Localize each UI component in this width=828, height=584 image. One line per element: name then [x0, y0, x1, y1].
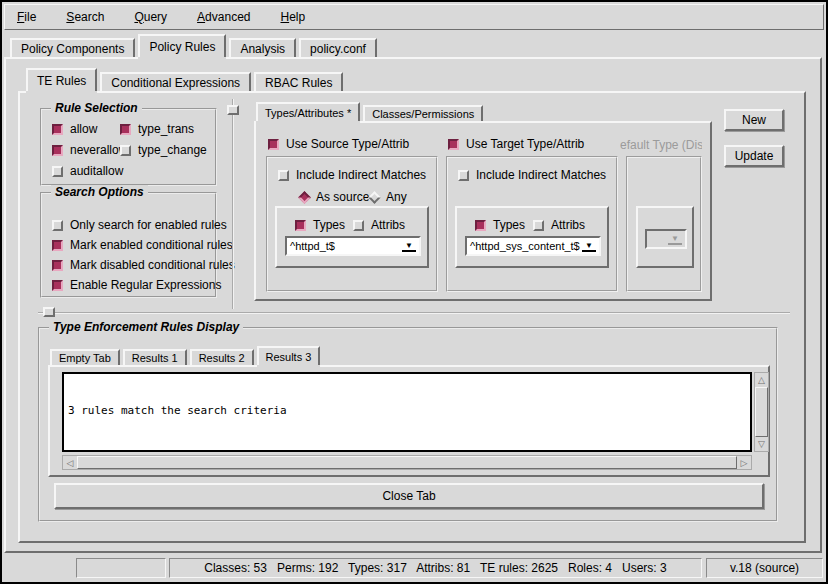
checkbox-use-target-indicator — [448, 139, 459, 150]
tab-policy-components[interactable]: Policy Components — [10, 38, 135, 57]
default-type-combobox: ▼ — [645, 229, 687, 249]
horizontal-sash-handle[interactable] — [43, 307, 55, 317]
tab-results-2[interactable]: Results 2 — [190, 349, 254, 365]
scroll-right-icon[interactable]: ▷ — [737, 456, 751, 469]
menu-query[interactable]: Query — [130, 8, 171, 26]
vertical-sash[interactable] — [232, 99, 234, 309]
tab-policy-conf[interactable]: policy.conf — [299, 38, 377, 57]
checkbox-target-indirect-indicator — [458, 170, 469, 181]
checkbox-source-indirect-label: Include Indirect Matches — [296, 168, 426, 182]
radio-target-types-label: Types — [493, 218, 525, 232]
checkbox-allow-label: allow — [70, 122, 97, 136]
checkbox-source-indirect[interactable]: Include Indirect Matches — [278, 168, 426, 182]
status-segment-empty — [76, 558, 166, 578]
checkbox-use-target-label: Use Target Type/Attrib — [466, 137, 584, 151]
scroll-left-icon[interactable]: ◁ — [63, 456, 77, 469]
menu-bar: File Search Query Advanced Help — [4, 4, 824, 30]
checkbox-type-trans[interactable]: type_trans — [120, 122, 194, 136]
tab-results-1[interactable]: Results 1 — [123, 349, 187, 365]
checkbox-allow[interactable]: allow — [52, 122, 97, 136]
checkbox-auditallow[interactable]: auditallow — [52, 164, 123, 178]
rule-selection-title: Rule Selection — [51, 101, 142, 115]
radio-as-source[interactable]: As source — [300, 190, 369, 204]
tab-rbac-rules[interactable]: RBAC Rules — [254, 72, 343, 91]
radio-any-indicator — [368, 191, 381, 204]
radio-source-types[interactable]: Types — [295, 218, 345, 232]
checkbox-regex[interactable]: Enable Regular Expressions — [52, 278, 221, 292]
checkbox-allow-indicator — [52, 124, 63, 135]
radio-as-source-label: As source — [316, 190, 369, 204]
tab-empty-tab[interactable]: Empty Tab — [50, 349, 120, 365]
vertical-sash-handle[interactable] — [227, 105, 239, 115]
default-type-label: efault Type (Disa — [620, 138, 702, 152]
scroll-up-icon[interactable]: △ — [755, 373, 768, 387]
types-attributes-panel: Use Source Type/Attrib Use Target Type/A… — [254, 121, 712, 301]
checkbox-mark-disabled[interactable]: Mark disabled conditional rules — [52, 258, 235, 272]
checkbox-auditallow-label: auditallow — [70, 164, 123, 178]
checkbox-type-trans-indicator — [120, 124, 131, 135]
checkbox-neverallow[interactable]: neverallow — [52, 143, 127, 157]
tab-analysis[interactable]: Analysis — [229, 38, 296, 57]
dropdown-arrow-icon[interactable]: ▼ — [582, 241, 596, 252]
radio-target-types-indicator — [475, 220, 486, 231]
default-type-group: ▼ — [626, 156, 702, 292]
menu-advanced[interactable]: Advanced — [193, 8, 254, 26]
checkbox-use-source-label: Use Source Type/Attrib — [286, 137, 409, 151]
tab-policy-rules[interactable]: Policy Rules — [138, 34, 226, 57]
new-button[interactable]: New — [724, 109, 784, 131]
blank-line — [68, 446, 746, 452]
dropdown-arrow-icon[interactable]: ▼ — [402, 241, 416, 252]
source-types-box: Types Attribs ^httpd_t$ ▼ — [275, 206, 429, 268]
target-types-box: Types Attribs ^httpd_sys_content_t$ ▼ — [455, 206, 609, 268]
checkbox-use-source-indicator — [268, 139, 279, 150]
menu-help[interactable]: Help — [276, 8, 309, 26]
checkbox-use-source[interactable]: Use Source Type/Attrib — [268, 137, 409, 151]
source-type-combobox-value: ^httpd_t$ — [287, 239, 402, 253]
rules-tab-bar: TE Rules Conditional Expressions RBAC Ru… — [26, 68, 346, 91]
target-type-group: Include Indirect Matches Types Attribs ^… — [446, 156, 618, 292]
apol-window: File Search Query Advanced Help Policy C… — [0, 0, 828, 584]
horizontal-scroll-thumb[interactable] — [77, 456, 737, 469]
default-type-box: ▼ — [636, 206, 694, 268]
close-tab-button[interactable]: Close Tab — [54, 483, 764, 509]
radio-any[interactable]: Any — [370, 190, 407, 204]
vertical-scrollbar[interactable]: △ ▽ — [754, 372, 769, 452]
results-group: Type Enforcement Rules Display Empty Tab… — [38, 327, 778, 522]
horizontal-sash[interactable] — [38, 312, 790, 314]
checkbox-use-target[interactable]: Use Target Type/Attrib — [448, 137, 584, 151]
radio-any-label: Any — [386, 190, 407, 204]
radio-as-source-indicator — [298, 191, 311, 204]
horizontal-scrollbar[interactable]: ◁ ▷ — [62, 455, 752, 470]
tab-results-3[interactable]: Results 3 — [257, 346, 321, 365]
search-options-title: Search Options — [51, 185, 148, 199]
checkbox-type-trans-label: type_trans — [138, 122, 194, 136]
tab-classes-permissions[interactable]: Classes/Permissions — [363, 105, 483, 121]
checkbox-only-enabled[interactable]: Only search for enabled rules — [52, 218, 227, 232]
results-text-area[interactable]: 3 rules match the search criteria (5822)… — [62, 372, 752, 452]
target-type-combobox[interactable]: ^httpd_sys_content_t$ ▼ — [465, 236, 601, 256]
status-stats: Classes: 53 Perms: 192 Types: 317 Attrib… — [169, 558, 702, 578]
checkbox-type-change[interactable]: type_change — [120, 143, 207, 157]
results-tab-bar: Empty Tab Results 1 Results 2 Results 3 — [50, 343, 323, 365]
scroll-down-icon[interactable]: ▽ — [755, 437, 768, 451]
checkbox-mark-enabled-label: Mark enabled conditional rules — [70, 238, 233, 252]
target-type-combobox-value: ^httpd_sys_content_t$ — [467, 239, 582, 253]
source-type-combobox[interactable]: ^httpd_t$ ▼ — [285, 236, 421, 256]
radio-target-attribs[interactable]: Attribs — [533, 218, 585, 232]
tab-conditional-expressions[interactable]: Conditional Expressions — [100, 72, 251, 91]
source-type-group: Include Indirect Matches As source Any T… — [266, 156, 438, 292]
vertical-scroll-thumb[interactable] — [755, 387, 768, 437]
checkbox-only-enabled-label: Only search for enabled rules — [70, 218, 227, 232]
checkbox-type-change-indicator — [120, 145, 131, 156]
menu-search[interactable]: Search — [62, 8, 108, 26]
radio-source-attribs[interactable]: Attribs — [353, 218, 405, 232]
radio-target-types[interactable]: Types — [475, 218, 525, 232]
tab-te-rules[interactable]: TE Rules — [26, 68, 97, 91]
menu-file[interactable]: File — [13, 8, 40, 26]
tab-types-attributes[interactable]: Types/Attributes * — [256, 102, 360, 121]
update-button[interactable]: Update — [724, 145, 784, 167]
checkbox-mark-enabled[interactable]: Mark enabled conditional rules — [52, 238, 233, 252]
radio-source-types-indicator — [295, 220, 306, 231]
dropdown-arrow-icon: ▼ — [668, 234, 682, 245]
checkbox-target-indirect[interactable]: Include Indirect Matches — [458, 168, 606, 182]
